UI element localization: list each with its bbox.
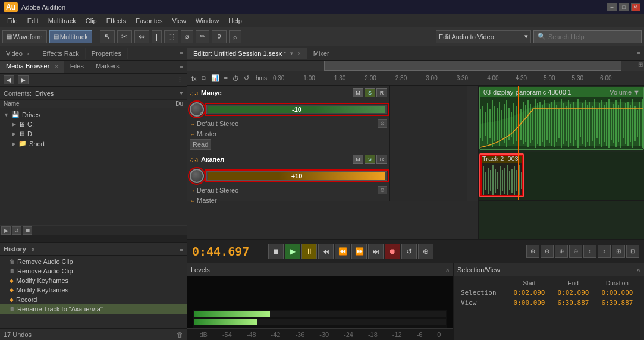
tab-video-close[interactable]: × bbox=[27, 51, 30, 57]
track-1-vol-slider[interactable]: -10 bbox=[206, 105, 387, 114]
track-1-mute[interactable]: M bbox=[353, 88, 363, 97]
tab-markers[interactable]: Markers bbox=[90, 61, 125, 73]
transport-play[interactable]: ▶ bbox=[285, 244, 300, 259]
transport-next[interactable]: ⏭ bbox=[368, 244, 384, 259]
tool-zoom[interactable]: ⌕ bbox=[229, 30, 241, 43]
zoom-fit-in-button[interactable]: ⊕ bbox=[555, 245, 568, 258]
menu-view[interactable]: View bbox=[167, 16, 191, 26]
panel-options-icon[interactable]: ⋮ bbox=[177, 76, 183, 84]
menu-multitrack[interactable]: Multitrack bbox=[43, 16, 81, 26]
tool-lasso[interactable]: ⌀ bbox=[181, 30, 193, 43]
menu-file[interactable]: File bbox=[2, 16, 23, 26]
media-panel-menu[interactable]: ≡ bbox=[176, 61, 187, 73]
transport-loop[interactable]: ↺ bbox=[401, 244, 417, 259]
track-2-send-btn[interactable]: ⚙ bbox=[378, 186, 387, 194]
stop-btn-small[interactable]: ⏹ bbox=[23, 226, 32, 235]
waveform-button[interactable]: ▦ Waveform bbox=[2, 30, 47, 43]
tab-editor-session[interactable]: Editor: Untitled Session 1.sesx * ▾ × bbox=[187, 48, 307, 59]
menu-edit[interactable]: Edit bbox=[23, 16, 43, 26]
tool-cursor[interactable]: | bbox=[152, 30, 162, 43]
tl-btn-time[interactable]: ⏱ bbox=[231, 74, 241, 83]
zoom-out-button[interactable]: ⊖ bbox=[541, 245, 554, 258]
history-item-5[interactable]: ◆ Record bbox=[0, 295, 187, 304]
search-input[interactable] bbox=[548, 33, 637, 40]
menu-favorites[interactable]: Favorites bbox=[131, 16, 167, 26]
timeline-scroll-thumb[interactable] bbox=[324, 61, 621, 71]
track-2-arm[interactable]: R bbox=[376, 155, 387, 164]
menu-window[interactable]: Window bbox=[191, 16, 224, 26]
timeline-scrollbar[interactable]: ⊞ bbox=[187, 61, 644, 71]
clear-history-button[interactable]: 🗑 bbox=[177, 331, 183, 338]
track-1-mode[interactable]: Read bbox=[190, 139, 211, 150]
tl-btn-fx[interactable]: fx bbox=[190, 74, 199, 83]
tab-video[interactable]: Video × bbox=[0, 48, 36, 59]
tab-media-browser[interactable]: Media Browser × bbox=[0, 61, 64, 73]
transport-prev[interactable]: ⏮ bbox=[318, 244, 334, 259]
track-1-arm[interactable]: R bbox=[376, 88, 387, 97]
tree-item-d[interactable]: ▶ 🖥 D: bbox=[0, 129, 187, 138]
track-1-solo[interactable]: S bbox=[365, 88, 375, 97]
zoom-fit-icon[interactable]: ⊞ bbox=[638, 61, 643, 68]
transport-pause[interactable]: ⏸ bbox=[301, 244, 317, 259]
transport-record[interactable]: ⏺ bbox=[385, 244, 400, 259]
zoom-in-button[interactable]: ⊕ bbox=[526, 245, 539, 258]
history-item-1[interactable]: 🗑 Remove Audio Clip bbox=[0, 257, 187, 266]
tl-btn-meters[interactable]: 📊 bbox=[209, 73, 221, 83]
tab-effects-rack[interactable]: Effects Rack bbox=[36, 48, 86, 59]
sel-view-start[interactable]: 0:00.000 bbox=[507, 298, 551, 308]
zoom-all-button[interactable]: ⊞ bbox=[612, 245, 625, 258]
menu-effects[interactable]: Effects bbox=[102, 16, 131, 26]
history-menu-icon[interactable]: ≡ bbox=[180, 245, 183, 253]
history-close-icon[interactable]: × bbox=[32, 247, 34, 253]
tree-item-drives[interactable]: ▼ 💾 Drives bbox=[0, 109, 187, 119]
nav-forward-button[interactable]: ▶ bbox=[18, 75, 29, 84]
track-2-vol-knob[interactable] bbox=[190, 169, 204, 183]
zoom-v-out-button[interactable]: ↕ bbox=[598, 245, 611, 258]
zoom-v-in-button[interactable]: ↕ bbox=[583, 245, 596, 258]
history-item-2[interactable]: 🗑 Remove Audio Clip bbox=[0, 266, 187, 276]
media-browser-close[interactable]: × bbox=[55, 64, 58, 70]
tree-item-c[interactable]: ▶ 🖥 C: bbox=[0, 119, 187, 129]
edit-audio-dropdown[interactable]: Edit Audio to Video ▾ bbox=[436, 30, 531, 43]
menu-clip[interactable]: Clip bbox=[81, 16, 102, 26]
tool-select[interactable]: ⬚ bbox=[164, 30, 178, 43]
track-1-vol-knob[interactable]: ⊙ bbox=[190, 102, 204, 117]
tool-pencil[interactable]: ✏ bbox=[196, 30, 209, 43]
tab-properties[interactable]: Properties bbox=[86, 48, 128, 59]
history-item-3[interactable]: ◆ Modify Keyframes bbox=[0, 276, 187, 285]
transport-stop[interactable]: ⏹ bbox=[268, 244, 284, 259]
track-2-solo[interactable]: S bbox=[365, 155, 375, 164]
sel-selection-end[interactable]: 0:02.090 bbox=[551, 288, 595, 298]
track-2-waveform-area[interactable]: Track 2_003 bbox=[479, 152, 644, 201]
play-btn-small[interactable]: ▶ bbox=[1, 226, 11, 235]
close-button[interactable]: ✕ bbox=[631, 3, 640, 11]
track-2-vol-slider[interactable]: +10 bbox=[206, 171, 387, 181]
history-item-6[interactable]: 🗑 Rename Track to "Акапелла" bbox=[0, 304, 187, 314]
multitrack-button[interactable]: ▤ Multitrack bbox=[49, 30, 92, 43]
editor-tab-arrow[interactable]: ▾ bbox=[290, 51, 293, 56]
panel-menu-icon[interactable]: ≡ bbox=[176, 48, 187, 59]
loop-btn-small[interactable]: ↺ bbox=[12, 226, 21, 235]
track-2-mute[interactable]: M bbox=[353, 155, 363, 164]
selection-view-close[interactable]: × bbox=[637, 266, 640, 273]
levels-close[interactable]: × bbox=[446, 266, 450, 273]
zoom-sel-button[interactable]: ⊡ bbox=[626, 245, 639, 258]
menu-help[interactable]: Help bbox=[224, 16, 247, 26]
sel-view-end[interactable]: 6:30.887 bbox=[551, 298, 595, 308]
track-1-send-btn[interactable]: ⚙ bbox=[378, 119, 387, 128]
transport-punch[interactable]: ⊕ bbox=[418, 244, 433, 259]
transport-rewind[interactable]: ⏪ bbox=[335, 244, 350, 259]
contents-dropdown-icon[interactable]: ▾ bbox=[180, 89, 183, 97]
tool-mic[interactable]: 🎙 bbox=[212, 30, 227, 43]
minimize-button[interactable]: – bbox=[607, 3, 617, 11]
editor-panel-menu[interactable]: ≡ bbox=[633, 49, 644, 58]
tl-btn-loop[interactable]: ↺ bbox=[242, 73, 251, 83]
track-1-clip[interactable]: 03-dizplay-panoramic 48000 1 Volume ▼ bbox=[479, 87, 644, 150]
editor-tab-close[interactable]: × bbox=[298, 51, 301, 56]
track-1-waveform-area[interactable]: 03-dizplay-panoramic 48000 1 Volume ▼ bbox=[479, 86, 644, 152]
zoom-fit-out-button[interactable]: ⊖ bbox=[569, 245, 582, 258]
transport-forward[interactable]: ⏩ bbox=[351, 244, 367, 259]
tool-move[interactable]: ↖ bbox=[100, 30, 115, 43]
tl-btn-snap[interactable]: ⧉ bbox=[200, 73, 208, 83]
sel-selection-start[interactable]: 0:02.090 bbox=[507, 288, 551, 298]
